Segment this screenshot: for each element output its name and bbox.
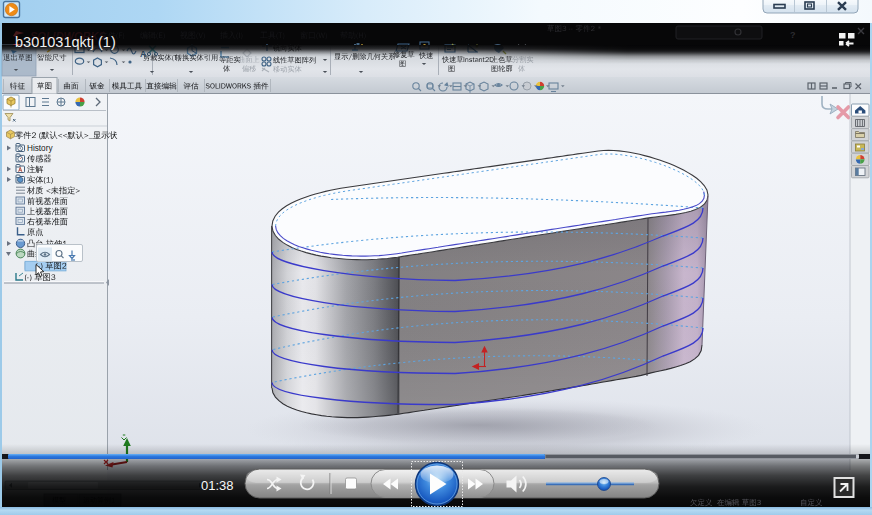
svg-text:b301031qktj (1): b301031qktj (1) bbox=[15, 34, 116, 50]
svg-text:01:38: 01:38 bbox=[201, 478, 234, 493]
svg-text:?: ? bbox=[790, 30, 796, 40]
svg-text:History: History bbox=[27, 144, 53, 153]
